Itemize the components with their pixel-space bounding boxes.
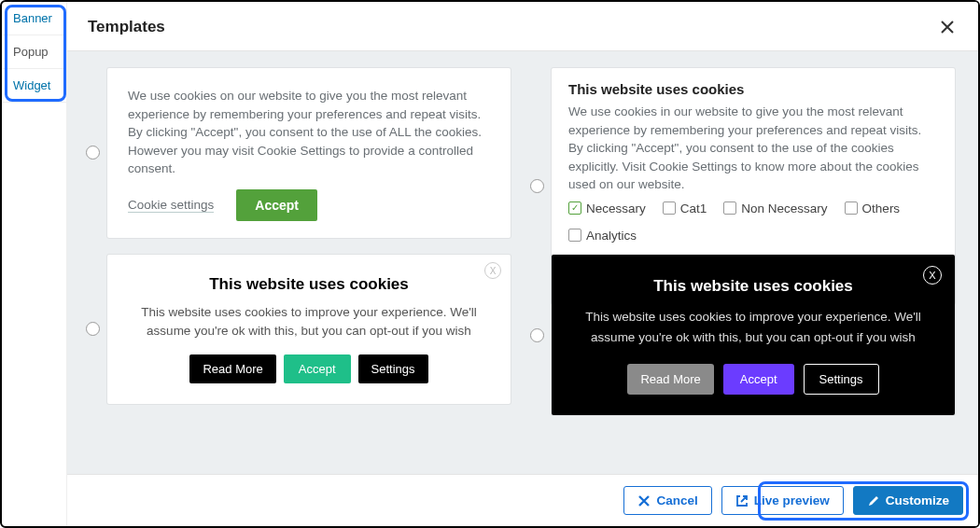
external-link-icon	[735, 494, 749, 507]
read-more-button[interactable]: Read More	[189, 354, 275, 383]
close-icon[interactable]: X	[484, 262, 501, 279]
category-analytics[interactable]: Analytics	[568, 229, 637, 243]
checkbox-icon	[663, 201, 676, 215]
checkbox-icon	[568, 229, 581, 242]
category-non-necessary[interactable]: Non Necessary	[723, 201, 827, 215]
template-title: This website uses cookies	[570, 277, 936, 296]
live-preview-button[interactable]: Live preview	[721, 486, 844, 515]
close-icon	[637, 494, 651, 507]
accept-button[interactable]: Accept	[236, 189, 317, 221]
close-button[interactable]	[937, 17, 958, 37]
template-title: This website uses cookies	[124, 275, 494, 294]
close-icon[interactable]: X	[923, 266, 942, 285]
accept-button[interactable]: Accept	[723, 364, 794, 395]
settings-button[interactable]: Settings	[358, 354, 428, 383]
template-card-3[interactable]: X This website uses cookies This website…	[107, 255, 511, 404]
template-body: We use cookies in our website to give yo…	[568, 103, 938, 194]
template-title: This website uses cookies	[568, 81, 938, 97]
template-body: This website uses cookies to improve you…	[124, 303, 494, 341]
category-others[interactable]: Others	[845, 201, 901, 215]
template-radio-1[interactable]	[86, 146, 100, 160]
tab-widget[interactable]: Widget	[2, 69, 66, 103]
settings-button[interactable]: Settings	[804, 364, 879, 395]
category-cat1[interactable]: Cat1	[663, 201, 707, 215]
template-radio-3[interactable]	[86, 322, 100, 336]
pencil-icon	[867, 494, 880, 507]
checkbox-icon: ✓	[568, 201, 581, 215]
cookie-settings-link[interactable]: Cookie settings	[128, 198, 214, 213]
template-radio-4[interactable]	[530, 328, 544, 342]
template-body: We use cookies on our website to give yo…	[128, 87, 490, 178]
template-body: This website uses cookies to improve you…	[570, 307, 936, 347]
template-card-4[interactable]: X This website uses cookies This website…	[552, 255, 955, 415]
tab-banner[interactable]: Banner	[2, 2, 66, 35]
accept-button[interactable]: Accept	[284, 354, 351, 383]
page-title: Templates	[88, 18, 165, 36]
checkbox-icon	[845, 201, 858, 215]
category-necessary[interactable]: ✓ Necessary	[568, 201, 646, 215]
tab-popup[interactable]: Popup	[2, 35, 66, 69]
checkbox-icon	[723, 201, 736, 215]
read-more-button[interactable]: Read More	[627, 364, 713, 395]
close-icon	[941, 21, 954, 34]
template-card-1[interactable]: We use cookies on our website to give yo…	[107, 68, 511, 238]
template-radio-2[interactable]	[530, 179, 544, 193]
customize-button[interactable]: Customize	[853, 486, 963, 515]
cancel-button[interactable]: Cancel	[623, 486, 711, 515]
